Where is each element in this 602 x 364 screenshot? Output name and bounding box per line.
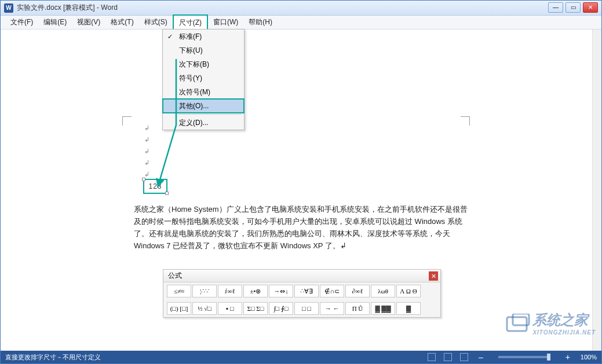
eq-set[interactable]: ∉∩⊂	[320, 285, 344, 297]
window-title: 实验文件.docx [兼容模式] - Word	[17, 3, 548, 13]
dd-item-symbol[interactable]: 符号(Y)	[163, 71, 244, 85]
watermark-logo-icon	[506, 314, 530, 333]
dd-separator	[178, 114, 242, 115]
view-web-icon[interactable]	[460, 353, 468, 361]
menu-edit[interactable]: 编辑(E)	[38, 16, 72, 29]
svg-rect-0	[507, 317, 527, 331]
window-controls: ― ▭ ✕	[548, 2, 598, 14]
equation-row-2: (□) [□] ½ √□ ▪ □ Σ□ Σ□ ∫□ ∮□ □ □ → ← Π Ů…	[163, 300, 440, 317]
word-app-icon: W	[4, 3, 13, 13]
eq-operators[interactable]: ±•⊗	[243, 285, 268, 297]
dd-item-other[interactable]: 其他(O)...	[163, 99, 244, 113]
vertical-scrollbar[interactable]	[592, 30, 601, 351]
view-read-icon[interactable]	[428, 353, 436, 361]
equation-object[interactable]: 123	[143, 179, 167, 194]
menu-file[interactable]: 文件(F)	[5, 16, 38, 29]
dd-item-define[interactable]: 定义(D)...	[163, 116, 244, 130]
view-print-icon[interactable]	[444, 353, 452, 361]
zoom-level[interactable]: 100%	[581, 354, 597, 361]
equation-toolbar-title[interactable]: 公式 ✕	[163, 270, 440, 282]
margin-corner-tl	[122, 116, 132, 126]
zoom-slider[interactable]	[498, 356, 550, 358]
equation-toolbar: 公式 ✕ ≤≠≈ ¦∴∵ ⅈ∞ℓ ±•⊗ →⇔↓ ∴∀∃ ∉∩⊂ ∂∞ℓ λωθ…	[163, 269, 441, 318]
menu-format[interactable]: 格式(T)	[105, 16, 138, 29]
watermark: 系统之家 XITONGZHIJIA.NET	[506, 311, 596, 336]
eq-matrices[interactable]: ▓ ▓▓	[371, 302, 395, 315]
size-dropdown: ✓标准(F) 下标(U) 次下标(B) 符号(Y) 次符号(M) 其他(O)..…	[162, 29, 245, 130]
zoom-in-button[interactable]: +	[563, 352, 572, 362]
eq-greek-lower[interactable]: λωθ	[371, 285, 395, 297]
menu-style[interactable]: 样式(S)	[139, 16, 173, 29]
equation-row-1: ≤≠≈ ¦∴∵ ⅈ∞ℓ ±•⊗ →⇔↓ ∴∀∃ ∉∩⊂ ∂∞ℓ λωθ Λ Ω …	[163, 282, 440, 300]
eq-fences[interactable]: (□) [□]	[167, 302, 191, 315]
eq-relational[interactable]: ≤≠≈	[167, 285, 191, 297]
dd-item-standard[interactable]: ✓标准(F)	[163, 30, 244, 43]
menu-help[interactable]: 帮助(H)	[243, 16, 278, 29]
eq-summation[interactable]: Σ□ Σ□	[243, 302, 268, 315]
dd-item-subscript[interactable]: 下标(U)	[163, 43, 244, 57]
check-icon: ✓	[167, 33, 173, 41]
eq-logical[interactable]: ∴∀∃	[294, 285, 319, 297]
menu-window[interactable]: 窗口(W)	[208, 16, 243, 29]
close-button[interactable]: ✕	[583, 2, 598, 13]
statusbar: 直接更改排字尺寸－不用尺寸定义 – + 100%	[1, 351, 601, 363]
eq-misc[interactable]: ∂∞ℓ	[345, 285, 370, 297]
word-window: W 实验文件.docx [兼容模式] - Word ― ▭ ✕ 文件(F) 编辑…	[0, 0, 602, 364]
status-message: 直接更改排字尺寸－不用尺寸定义	[5, 353, 428, 362]
menu-view[interactable]: 视图(V)	[72, 16, 105, 29]
minimize-button[interactable]: ―	[548, 2, 563, 13]
titlebar: W 实验文件.docx [兼容模式] - Word ― ▭ ✕	[1, 1, 601, 16]
eq-embellish[interactable]: ⅈ∞ℓ	[218, 285, 242, 297]
status-icons: – + 100%	[428, 352, 597, 362]
margin-corner-tr	[461, 116, 470, 126]
eq-arrows[interactable]: →⇔↓	[269, 285, 293, 297]
body-paragraph[interactable]: 系统之家（Home System）广义上包含了电脑系统安装和手机系统安装，在之前…	[134, 203, 470, 252]
eq-subscripts[interactable]: ▪ □	[218, 302, 242, 315]
eq-fractions[interactable]: ½ √□	[192, 302, 217, 315]
document-area[interactable]: ↲↲↲↲↲ 123 系统之家（Home System）广义上包含了电脑系统安装和…	[1, 30, 601, 351]
zoom-thumb[interactable]	[547, 354, 550, 361]
eq-integrals[interactable]: ∫□ ∮□	[269, 302, 293, 315]
eq-templates[interactable]: ▓	[396, 302, 421, 315]
eq-products[interactable]: Π Ů	[345, 302, 370, 315]
eq-greek-upper[interactable]: Λ Ω Θ	[396, 285, 421, 297]
eq-overbar[interactable]: □ □	[294, 302, 319, 315]
menu-size[interactable]: 尺寸(Z)	[173, 14, 208, 29]
eq-spaces[interactable]: ¦∴∵	[192, 285, 217, 297]
paragraph-marks: ↲↲↲↲↲	[144, 122, 149, 180]
maximize-button[interactable]: ▭	[565, 2, 581, 13]
menubar: 文件(F) 编辑(E) 视图(V) 格式(T) 样式(S) 尺寸(Z) 窗口(W…	[1, 16, 601, 30]
svg-rect-1	[513, 314, 529, 325]
dd-item-subsymbol[interactable]: 次符号(M)	[163, 85, 244, 99]
dd-item-subsubscript[interactable]: 次下标(B)	[163, 57, 244, 71]
equation-toolbar-close[interactable]: ✕	[429, 271, 438, 281]
eq-labeled-arrows[interactable]: → ←	[320, 302, 344, 315]
zoom-out-button[interactable]: –	[476, 352, 486, 362]
